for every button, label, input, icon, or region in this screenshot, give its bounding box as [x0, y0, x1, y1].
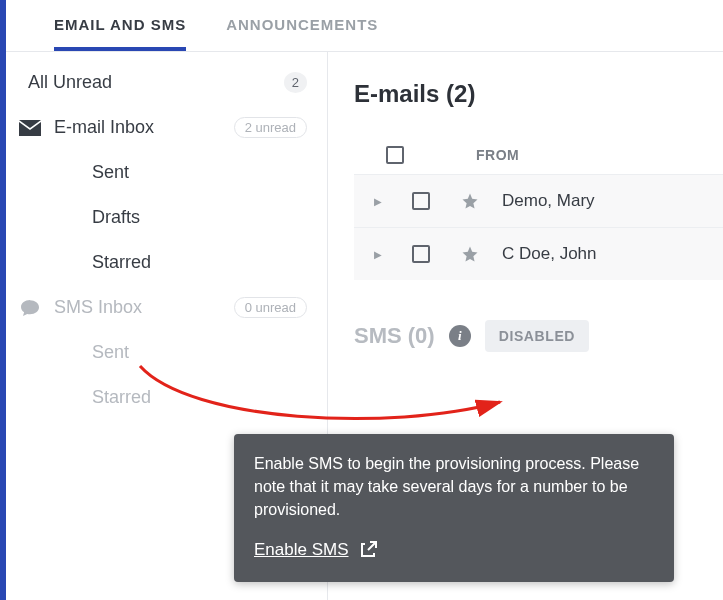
all-unread-count-badge: 2: [284, 72, 307, 93]
starred-label: Starred: [92, 252, 307, 273]
enable-sms-link-label: Enable SMS: [254, 538, 349, 563]
envelope-icon: [18, 120, 42, 136]
sms-section-header: SMS (0) i DISABLED: [354, 320, 723, 352]
tab-bar: EMAIL AND SMS ANNOUNCEMENTS: [6, 0, 723, 52]
row-checkbox-col: [394, 245, 448, 263]
row-from: C Doe, John: [502, 244, 597, 264]
select-all-checkbox-col: [368, 146, 422, 164]
sms-inbox-badge: 0 unread: [234, 297, 307, 318]
sent-label: Sent: [92, 162, 307, 183]
sms-inbox-label: SMS Inbox: [54, 297, 222, 318]
expand-icon[interactable]: ▶: [368, 249, 388, 260]
row-checkbox[interactable]: [412, 192, 430, 210]
sidebar-item-sms-inbox[interactable]: SMS Inbox 0 unread: [6, 285, 327, 330]
sms-section-title: SMS (0): [354, 323, 435, 349]
emails-table-header: FROM: [354, 136, 723, 174]
sms-disabled-badge: DISABLED: [485, 320, 589, 352]
info-icon[interactable]: i: [449, 325, 471, 347]
sidebar-item-drafts[interactable]: Drafts: [6, 195, 327, 240]
table-row[interactable]: ▶ C Doe, John: [354, 227, 723, 280]
drafts-label: Drafts: [92, 207, 307, 228]
table-row[interactable]: ▶ Demo, Mary: [354, 174, 723, 227]
sidebar-item-sms-sent[interactable]: Sent: [6, 330, 327, 375]
sms-enable-tooltip: Enable SMS to begin the provisioning pro…: [234, 434, 674, 582]
enable-sms-link[interactable]: Enable SMS: [254, 538, 377, 563]
sidebar-item-sent[interactable]: Sent: [6, 150, 327, 195]
star-icon[interactable]: [454, 192, 486, 210]
select-all-checkbox[interactable]: [386, 146, 404, 164]
sms-starred-label: Starred: [92, 387, 307, 408]
all-unread-label: All Unread: [28, 72, 272, 93]
tab-announcements[interactable]: ANNOUNCEMENTS: [226, 16, 378, 51]
star-icon[interactable]: [454, 245, 486, 263]
sidebar-item-email-inbox[interactable]: E-mail Inbox 2 unread: [6, 105, 327, 150]
row-checkbox[interactable]: [412, 245, 430, 263]
tooltip-text: Enable SMS to begin the provisioning pro…: [254, 452, 654, 522]
expand-icon[interactable]: ▶: [368, 196, 388, 207]
emails-section-title: E-mails (2): [354, 80, 723, 108]
sidebar-item-starred[interactable]: Starred: [6, 240, 327, 285]
sidebar-item-all-unread[interactable]: All Unread 2: [6, 60, 327, 105]
chat-bubble-icon: [18, 298, 42, 318]
column-from-header: FROM: [476, 147, 519, 163]
sidebar-item-sms-starred[interactable]: Starred: [6, 375, 327, 420]
external-link-icon: [359, 541, 377, 559]
email-inbox-label: E-mail Inbox: [54, 117, 222, 138]
email-inbox-badge: 2 unread: [234, 117, 307, 138]
row-from: Demo, Mary: [502, 191, 595, 211]
tab-email-sms[interactable]: EMAIL AND SMS: [54, 16, 186, 51]
row-checkbox-col: [394, 192, 448, 210]
sms-sent-label: Sent: [92, 342, 307, 363]
